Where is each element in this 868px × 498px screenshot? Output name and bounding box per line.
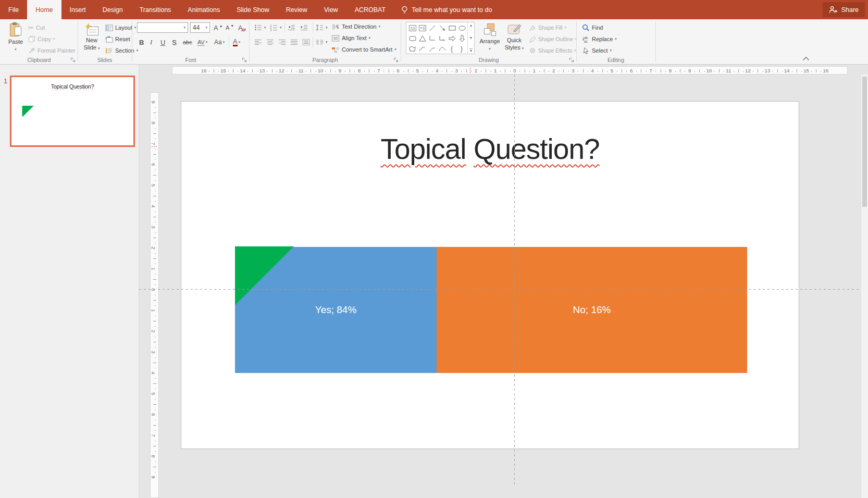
shape-arrow[interactable] — [437, 23, 447, 33]
grow-font-button[interactable]: A▲ — [214, 22, 223, 33]
shape-right-brace[interactable]: } — [457, 44, 467, 54]
distribute-text-button[interactable] — [302, 37, 310, 47]
gallery-more-icon[interactable]: ▼ — [469, 48, 473, 53]
underline-button[interactable]: U — [160, 36, 165, 48]
new-slide-button[interactable]: New Slide ▾ — [79, 21, 104, 60]
justify-button[interactable] — [290, 37, 298, 47]
menu-tab-home[interactable]: Home — [27, 0, 61, 19]
format-painter-button[interactable]: Format Painter — [28, 45, 76, 56]
align-center-button[interactable] — [266, 37, 274, 47]
green-triangle-shape[interactable] — [235, 246, 294, 305]
ruler-dot — [155, 253, 156, 254]
shape-left-brace[interactable]: { — [447, 44, 457, 54]
font-name-combobox[interactable]: ▾ — [137, 22, 188, 33]
align-right-button[interactable] — [278, 37, 286, 47]
shape-arc[interactable] — [427, 44, 437, 54]
gallery-scroll-down-icon[interactable]: ▼ — [469, 36, 473, 40]
bold-button[interactable]: B — [139, 36, 144, 48]
shape-freeform[interactable] — [407, 44, 417, 54]
text-direction-button[interactable]: A Text Direction ▾ — [331, 21, 380, 32]
menu-tab-animations[interactable]: Animations — [179, 0, 228, 19]
italic-button[interactable]: I — [150, 36, 152, 48]
slide-title[interactable]: Topical Question? — [181, 126, 799, 172]
paste-button[interactable]: Paste ▾ — [4, 21, 27, 60]
vertical-ruler[interactable]: 9876543210123456789 — [150, 92, 159, 498]
drawing-dialog-launcher-icon[interactable] — [569, 57, 574, 63]
shape-elbow-connector[interactable] — [427, 33, 437, 44]
vertical-scrollbar[interactable] — [861, 74, 868, 498]
font-size-combobox[interactable]: 44 ▾ — [190, 22, 210, 33]
decrease-indent-button[interactable] — [288, 22, 295, 33]
shape-vertical-text-box[interactable]: A — [417, 23, 427, 33]
underline-label: U — [160, 39, 165, 46]
convert-to-smartart-button[interactable]: Convert to SmartArt ▾ — [331, 44, 396, 55]
arrange-button[interactable]: Arrange ▾ — [478, 21, 502, 60]
tell-me-box[interactable]: Tell me what you want to do — [394, 0, 499, 19]
select-button[interactable]: Select ▾ — [582, 45, 612, 56]
text-shadow-button[interactable]: S — [172, 36, 177, 48]
find-button[interactable]: Find — [582, 22, 603, 33]
shape-effects-button[interactable]: Shape Effects ▾ — [529, 45, 576, 56]
collapse-ribbon-chevron-icon[interactable] — [802, 56, 810, 61]
v-ruler-number: 1 — [151, 309, 156, 312]
menu-tab-file[interactable]: File — [0, 0, 27, 19]
menu-tab-transitions[interactable]: Transitions — [131, 0, 180, 19]
shape-isosceles-triangle[interactable] — [417, 33, 427, 44]
shape-elbow-arrow-connector[interactable] — [437, 33, 447, 44]
align-left-button[interactable] — [254, 37, 262, 47]
slide-thumbnail[interactable]: Topical Question? Yes; 84% No; 16% — [10, 76, 135, 147]
shape-curve[interactable] — [437, 44, 447, 54]
shape-scribble[interactable] — [417, 44, 427, 54]
share-button[interactable]: Share — [823, 2, 865, 17]
shape-oval[interactable] — [457, 23, 467, 33]
replace-button[interactable]: ab ac Replace ▾ — [582, 34, 617, 44]
numbering-button[interactable]: 123 ▾ — [270, 22, 282, 33]
menu-tab-design[interactable]: Design — [94, 0, 131, 19]
h-ruler-number: 9 — [688, 68, 691, 73]
shape-right-arrow[interactable] — [447, 33, 457, 44]
shape-rounded-rectangle[interactable] — [407, 33, 417, 44]
slide-canvas[interactable]: Topical Question? Yes; 84% No; 16% — [181, 101, 799, 449]
copy-button[interactable]: Copy ▾ — [28, 34, 55, 44]
increase-indent-button[interactable] — [300, 22, 308, 33]
svg-text:3: 3 — [270, 29, 272, 31]
ruler-cursor-marker — [470, 68, 470, 73]
shape-fill-button[interactable]: Shape Fill ▾ — [529, 22, 566, 33]
shape-line[interactable] — [427, 23, 437, 33]
cut-button[interactable]: ✂ Cut — [28, 22, 45, 33]
shrink-font-button[interactable]: A▼ — [226, 22, 234, 33]
menu-tab-insert[interactable]: Insert — [61, 0, 94, 19]
strikethrough-button[interactable]: abc — [183, 36, 192, 48]
quick-styles-button[interactable]: Quick Styles ▾ — [502, 21, 527, 60]
h-ruler-number: 1 — [533, 68, 536, 73]
menu-tab-acrobat[interactable]: ACROBAT — [346, 0, 394, 19]
gallery-scroll-up-icon[interactable]: ▲ — [469, 23, 473, 27]
font-color-button[interactable]: A ▾ — [233, 36, 240, 48]
scrollbar-thumb[interactable] — [862, 77, 867, 207]
clipboard-dialog-launcher-icon[interactable] — [70, 57, 76, 63]
clear-formatting-button[interactable]: A — [238, 22, 243, 33]
bullets-button[interactable]: ▾ — [254, 22, 266, 33]
line-spacing-button[interactable]: ▾ — [316, 22, 328, 33]
change-case-button[interactable]: Aa ▾ — [214, 36, 225, 48]
font-dialog-launcher-icon[interactable] — [242, 57, 247, 63]
shapes-gallery-scrollbar[interactable]: ▲ ▼ ▼ — [467, 22, 474, 54]
horizontal-guide[interactable] — [139, 289, 868, 290]
bar-chart[interactable]: Yes; 84% No; 16% — [235, 247, 747, 373]
reset-button[interactable]: Reset — [105, 34, 130, 44]
menu-tab-review[interactable]: Review — [278, 0, 316, 19]
ruler-dot — [792, 71, 792, 72]
chart-segment-no[interactable]: No; 16% — [437, 247, 747, 373]
menu-tab-view[interactable]: View — [316, 0, 346, 19]
shape-text-box[interactable]: A — [407, 23, 417, 33]
shape-rectangle[interactable] — [447, 23, 457, 33]
shape-outline-button[interactable]: Shape Outline ▾ — [529, 34, 577, 44]
character-spacing-button[interactable]: AV ▾ — [197, 36, 207, 48]
paragraph-dialog-launcher-icon[interactable] — [393, 57, 399, 63]
align-text-button[interactable]: Align Text ▾ — [331, 33, 370, 43]
columns-button[interactable]: ▾ — [316, 37, 328, 47]
horizontal-ruler[interactable]: 1615141312111098765432101234567891011121… — [172, 66, 848, 74]
menu-tab-slide-show[interactable]: Slide Show — [228, 0, 278, 19]
shape-down-arrow[interactable] — [457, 33, 467, 44]
vertical-guide[interactable] — [514, 74, 515, 484]
